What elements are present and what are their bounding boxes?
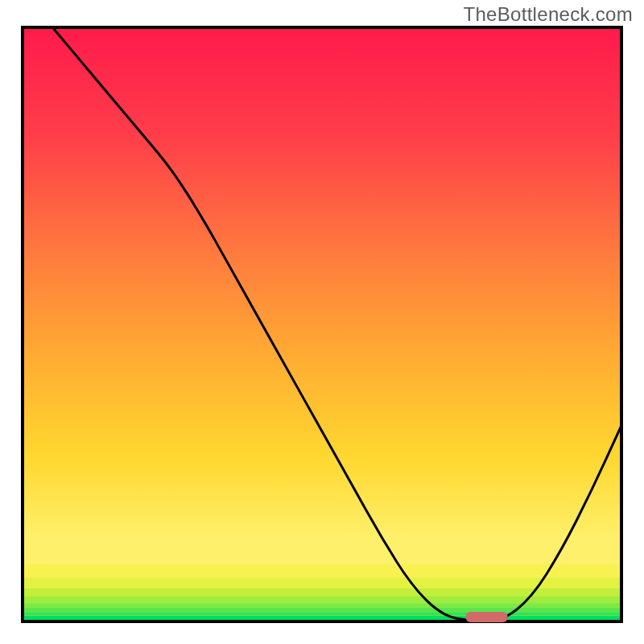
gradient-band [23, 577, 621, 588]
chart-frame: { "watermark": "TheBottleneck.com", "cha… [0, 0, 644, 644]
gradient-band [23, 603, 621, 608]
gradient-band [23, 544, 621, 564]
gradient-background [23, 27, 621, 621]
optimal-marker [466, 612, 508, 622]
bottom-bands [23, 544, 621, 621]
plot-area [23, 27, 621, 622]
gradient-band [23, 597, 621, 603]
gradient-band [23, 612, 621, 615]
gradient-band [23, 564, 621, 577]
gradient-band [23, 608, 621, 612]
bottleneck-chart [0, 0, 644, 644]
